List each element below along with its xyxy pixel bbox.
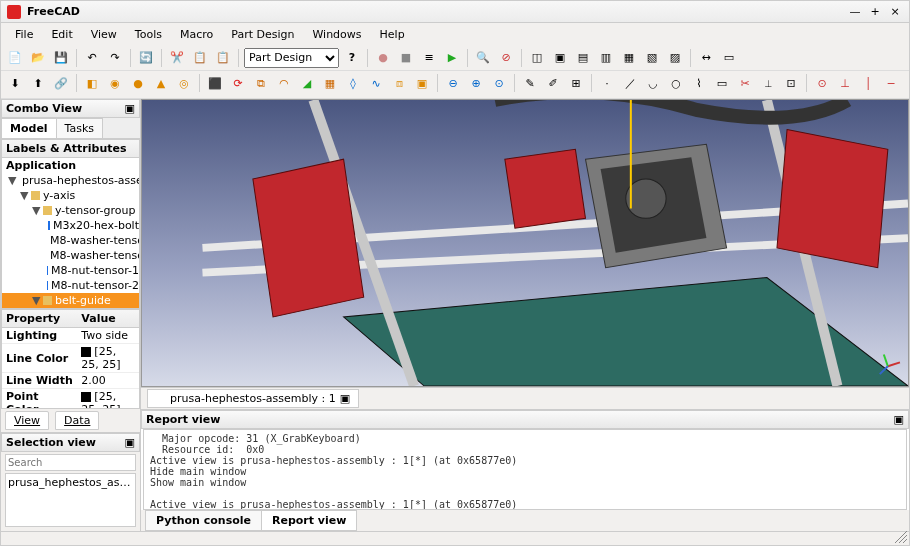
property-value[interactable]: [25, 25, 25]	[77, 389, 139, 410]
tree-root[interactable]: Application	[2, 158, 139, 173]
measure-distance-button[interactable]: ↔	[696, 48, 716, 68]
copy-button[interactable]: 📋	[190, 48, 210, 68]
fillet-button[interactable]: ◠	[274, 73, 294, 93]
tree-item[interactable]: M8-washer-tensor	[2, 248, 139, 263]
cut-button[interactable]: ✂️	[167, 48, 187, 68]
tree-expand-icon[interactable]: ▼	[20, 189, 28, 202]
3d-model-view[interactable]	[142, 100, 908, 386]
front-view-button[interactable]: ▣	[550, 48, 570, 68]
left-view-button[interactable]: ▨	[665, 48, 685, 68]
part-box-button[interactable]: ▭	[719, 48, 739, 68]
line-button[interactable]: ／	[620, 73, 640, 93]
fit-all-button[interactable]: 🔍	[473, 48, 493, 68]
download-button[interactable]: ⬇	[5, 73, 25, 93]
window-minimize-button[interactable]: —	[847, 4, 863, 20]
thickness-button[interactable]: ▣	[412, 73, 432, 93]
property-tab-data[interactable]: Data	[55, 411, 99, 430]
property-tab-view[interactable]: View	[5, 411, 49, 430]
prim-torus-button[interactable]: ◎	[174, 73, 194, 93]
report-view-close-button[interactable]: ▣	[894, 413, 904, 426]
property-row[interactable]: LightingTwo side	[2, 328, 139, 344]
macro-record-button[interactable]: ●	[373, 48, 393, 68]
toggle-constr-button[interactable]: ⊡	[781, 73, 801, 93]
tab-python-console[interactable]: Python console	[145, 510, 262, 531]
tree-item[interactable]: ▼belt-guide	[2, 293, 139, 308]
trim-button[interactable]: ✂	[735, 73, 755, 93]
undo-button[interactable]: ↶	[82, 48, 102, 68]
ruled-button[interactable]: ▦	[320, 73, 340, 93]
circle-button[interactable]: ○	[666, 73, 686, 93]
tree-item[interactable]: ▼y-tensor-group	[2, 203, 139, 218]
property-value[interactable]: [25, 25, 25]	[77, 344, 139, 373]
boolean-cut-button[interactable]: ⊖	[443, 73, 463, 93]
open-doc-button[interactable]: 📂	[28, 48, 48, 68]
point-button[interactable]: ·	[597, 73, 617, 93]
report-output[interactable]: Major opcode: 31 (X_GrabKeyboard) Resour…	[143, 429, 907, 510]
tree-item[interactable]: M3x20-hex-bolt	[2, 218, 139, 233]
macro-play-button[interactable]: ▶	[442, 48, 462, 68]
chamfer-button[interactable]: ◢	[297, 73, 317, 93]
rect-button[interactable]: ▭	[712, 73, 732, 93]
menu-file[interactable]: File	[7, 26, 41, 43]
tree-item[interactable]: ▼prusa-hephestos-assembly	[2, 173, 139, 188]
sweep-button[interactable]: ∿	[366, 73, 386, 93]
prim-sphere-button[interactable]: ●	[128, 73, 148, 93]
window-maximize-button[interactable]: +	[867, 4, 883, 20]
menu-partdesign[interactable]: Part Design	[223, 26, 302, 43]
tree-item[interactable]: M8-nut-tensor-1	[2, 263, 139, 278]
prop-col-value[interactable]: Value	[77, 310, 139, 328]
arc-button[interactable]: ◡	[643, 73, 663, 93]
extrude-button[interactable]: ⬛	[205, 73, 225, 93]
vertical-button[interactable]: │	[858, 73, 878, 93]
coincident-button[interactable]: ⊙	[812, 73, 832, 93]
workbench-selector[interactable]: Part Design	[244, 48, 339, 68]
drawstyle-button[interactable]: ⊘	[496, 48, 516, 68]
edit-sketch-button[interactable]: ✐	[543, 73, 563, 93]
tab-tasks[interactable]: Tasks	[56, 118, 103, 138]
tree-expand-icon[interactable]: ▼	[32, 204, 40, 217]
selection-view-close-button[interactable]: ▣	[125, 436, 135, 449]
menu-tools[interactable]: Tools	[127, 26, 170, 43]
prim-box-button[interactable]: ◧	[82, 73, 102, 93]
menu-help[interactable]: Help	[372, 26, 413, 43]
property-row[interactable]: Line Width2.00	[2, 373, 139, 389]
menu-edit[interactable]: Edit	[43, 26, 80, 43]
property-row[interactable]: Point Color[25, 25, 25]	[2, 389, 139, 410]
save-doc-button[interactable]: 💾	[51, 48, 71, 68]
macro-list-button[interactable]: ≡	[419, 48, 439, 68]
offset-button[interactable]: ⧈	[389, 73, 409, 93]
selection-entry[interactable]: prusa_hephestos_assembly.Compound0	[8, 476, 133, 489]
upload-button[interactable]: ⬆	[28, 73, 48, 93]
property-value[interactable]: 2.00	[77, 373, 139, 389]
property-row[interactable]: Line Color[25, 25, 25]	[2, 344, 139, 373]
tree-item[interactable]: M8-nut-tensor-2	[2, 278, 139, 293]
mirror-button[interactable]: ⧉	[251, 73, 271, 93]
tab-report-view[interactable]: Report view	[261, 510, 357, 531]
boolean-common-button[interactable]: ⊙	[489, 73, 509, 93]
property-value[interactable]: Two side	[77, 328, 139, 344]
iso-view-button[interactable]: ◫	[527, 48, 547, 68]
combo-view-close-button[interactable]: ▣	[125, 102, 135, 115]
top-view-button[interactable]: ▤	[573, 48, 593, 68]
macro-stop-button[interactable]: ■	[396, 48, 416, 68]
doc-tab-close-button[interactable]: ▣	[340, 392, 350, 405]
sketch-button[interactable]: ✎	[520, 73, 540, 93]
map-sketch-button[interactable]: ⊞	[566, 73, 586, 93]
resize-grip-icon[interactable]	[895, 531, 907, 543]
ext-geom-button[interactable]: ⟂	[758, 73, 778, 93]
prim-cyl-button[interactable]: ◉	[105, 73, 125, 93]
tree-expand-icon[interactable]: ▼	[8, 174, 16, 187]
menu-view[interactable]: View	[83, 26, 125, 43]
3d-viewport[interactable]	[141, 99, 909, 387]
prim-cone-button[interactable]: ▲	[151, 73, 171, 93]
bottom-view-button[interactable]: ▧	[642, 48, 662, 68]
right-view-button[interactable]: ▥	[596, 48, 616, 68]
tab-model[interactable]: Model	[1, 118, 57, 138]
model-tree[interactable]: Labels & Attributes Application ▼prusa-h…	[1, 139, 140, 309]
horizontal-button[interactable]: ─	[881, 73, 901, 93]
redo-button[interactable]: ↷	[105, 48, 125, 68]
loft-button[interactable]: ◊	[343, 73, 363, 93]
new-doc-button[interactable]: 📄	[5, 48, 25, 68]
selection-search-input[interactable]	[5, 454, 136, 471]
tree-item[interactable]: ▼y-axis	[2, 188, 139, 203]
